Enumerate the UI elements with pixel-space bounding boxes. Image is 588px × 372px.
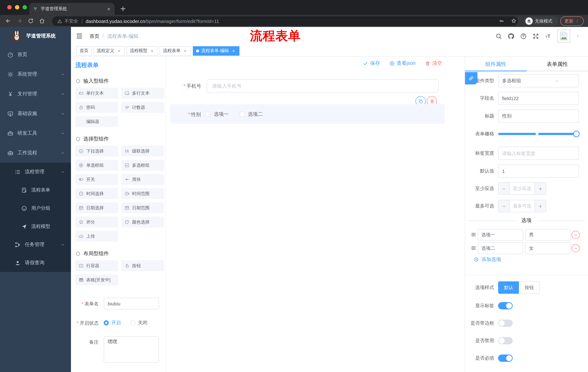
component-item-radio-group[interactable]: 单选框组 (75, 160, 118, 171)
view-json-button[interactable]: 查看json (389, 60, 416, 67)
option-style-default[interactable]: 默认 (498, 281, 519, 294)
phone-field-input[interactable] (207, 79, 439, 93)
option-value-input[interactable] (525, 242, 571, 254)
component-item-editor[interactable]: 编辑器 (75, 116, 118, 127)
sidebar-fold-icon[interactable] (76, 32, 83, 40)
component-item-button[interactable]: 按钮 (121, 260, 164, 271)
option-label-input[interactable] (478, 229, 523, 241)
component-type-select[interactable]: 多选框组 (498, 74, 579, 87)
component-item-cascader[interactable]: 级联选择 (121, 146, 164, 157)
component-item-rate[interactable]: 评分 (75, 217, 118, 227)
label-width-input[interactable] (498, 147, 579, 160)
tag-process-model[interactable]: 流程模型× (127, 46, 158, 55)
component-item-select[interactable]: 下拉选择 (75, 146, 118, 157)
sidebar-item-leave-query[interactable]: 请假查询 (0, 254, 71, 272)
sidebar-item-process-form[interactable]: 流程表单 (0, 181, 71, 199)
user-avatar[interactable] (557, 30, 570, 43)
save-button[interactable]: 保存 (363, 60, 380, 67)
security-label[interactable]: 不安全 (64, 18, 78, 24)
component-item-table-dev[interactable]: 表格[开发中] (75, 275, 118, 285)
github-icon[interactable] (508, 32, 514, 40)
sidebar-logo-row[interactable]: 芋道管理系统 (0, 27, 71, 45)
tag-process-form-edit[interactable]: 流程表单-编辑× (193, 46, 239, 55)
toggle-switch-with-border[interactable] (498, 319, 513, 327)
sidebar-item-user-group[interactable]: 用户分组 (0, 199, 71, 217)
decrease-button[interactable]: − (498, 200, 510, 212)
browser-menu-icon[interactable] (575, 19, 580, 23)
new-tab-button[interactable] (119, 5, 127, 13)
component-item-counter[interactable]: 123计数器 (121, 102, 164, 113)
drag-handle-icon[interactable] (471, 232, 477, 238)
status-radio-off[interactable]: 关闭 (130, 319, 147, 326)
url-bar[interactable]: 不安全 dashboard.yudao.iocoder.cn/bpm/manag… (52, 16, 518, 26)
sidebar-item-workflow[interactable]: 工作流程 (0, 143, 71, 163)
decrease-button[interactable]: − (498, 183, 510, 194)
password-key-icon[interactable] (499, 18, 504, 24)
sidebar-item-infrastructure[interactable]: 基础设施 (0, 104, 71, 123)
status-radio-on[interactable]: 开启 (104, 319, 121, 326)
gender-option-checkbox[interactable]: 选项二 (240, 111, 263, 117)
tab-form-props[interactable]: 表单属性 (526, 57, 588, 71)
browser-update-button[interactable]: 更新 (560, 16, 584, 26)
component-item-time-picker[interactable]: 时间选择 (75, 188, 118, 199)
tag-process-form[interactable]: 流程表单× (160, 46, 191, 55)
tab-component-props[interactable]: 组件属性 (465, 57, 526, 71)
default-value-input[interactable] (498, 165, 579, 178)
gender-option-checkbox[interactable]: 选项一 (206, 111, 229, 117)
sidebar-item-process-mgmt[interactable]: 流程管理 (0, 163, 71, 181)
field-name-input[interactable] (498, 92, 579, 105)
component-item-upload[interactable]: 上传 (75, 231, 118, 242)
component-item-date-picker[interactable]: 日期选择 (75, 202, 118, 213)
option-style-button[interactable]: 按钮 (519, 281, 540, 294)
tag-process-definition[interactable]: 流程定义× (94, 46, 125, 55)
component-item-date-range[interactable]: 日期范围 (121, 202, 164, 213)
sidebar-item-task-mgmt[interactable]: 任务管理 (0, 235, 71, 254)
window-minimize-button[interactable] (15, 5, 19, 10)
component-item-multi-line-text[interactable]: 多行文本 (121, 88, 164, 99)
increase-button[interactable]: + (535, 183, 546, 194)
tag-close-icon[interactable]: × (231, 48, 236, 53)
component-item-password[interactable]: 密码 (75, 102, 118, 113)
sidebar-item-process-model[interactable]: 流程模型 (0, 217, 71, 235)
back-icon[interactable] (5, 18, 11, 24)
tag-close-icon[interactable]: × (183, 48, 188, 53)
selected-component-gender[interactable]: *性别 选项一选项二 (170, 104, 445, 124)
form-grid-slider[interactable] (498, 133, 579, 135)
bookmark-star-icon[interactable] (511, 18, 517, 24)
external-link-button[interactable] (465, 72, 477, 85)
clear-button[interactable]: 清空 (425, 60, 442, 67)
tag-close-icon[interactable]: × (116, 48, 122, 53)
drag-handle-icon[interactable] (471, 245, 477, 251)
component-item-single-line-text[interactable]: 单行文本 (75, 88, 118, 99)
reload-icon[interactable] (28, 18, 34, 24)
sidebar-item-payment-mgmt[interactable]: 支付管理 (0, 84, 71, 104)
sidebar-item-dev-tools[interactable]: 研发工具 (0, 123, 71, 143)
form-remark-textarea[interactable]: 嘿嘿 (104, 336, 159, 362)
toggle-switch-show-label[interactable] (498, 302, 513, 309)
component-item-row-container[interactable]: 行容器 (75, 260, 118, 271)
sidebar-item-home[interactable]: 首页 (0, 45, 71, 64)
toggle-switch-disabled[interactable] (498, 337, 513, 344)
component-item-switch[interactable]: 开关 (75, 174, 118, 185)
form-name-input[interactable] (104, 298, 159, 309)
tag-close-icon[interactable]: × (149, 48, 155, 53)
component-item-color-picker[interactable]: 颜色选择 (121, 217, 164, 227)
component-item-time-range[interactable]: 时间范围 (121, 188, 164, 199)
increase-button[interactable]: + (535, 200, 546, 212)
remove-option-button[interactable] (572, 244, 580, 252)
avatar-caret-icon[interactable] (576, 34, 580, 38)
font-size-icon[interactable]: TT (545, 32, 552, 40)
tag-home[interactable]: 首页 (76, 46, 92, 55)
help-icon[interactable] (520, 32, 527, 40)
window-zoom-button[interactable] (22, 5, 27, 10)
option-label-input[interactable] (478, 242, 523, 254)
search-icon[interactable] (495, 32, 502, 40)
add-option-button[interactable]: 添加选项 (474, 256, 501, 263)
fullscreen-icon[interactable] (532, 32, 539, 40)
sidebar-item-system-mgmt[interactable]: 系统管理 (0, 64, 71, 84)
component-item-slider[interactable]: 滑块 (121, 174, 164, 185)
min-select-input[interactable] (510, 183, 535, 194)
option-value-input[interactable] (525, 229, 571, 241)
component-item-checkbox-group[interactable]: 多选框组 (121, 160, 164, 171)
tab-close-icon[interactable] (107, 7, 111, 11)
